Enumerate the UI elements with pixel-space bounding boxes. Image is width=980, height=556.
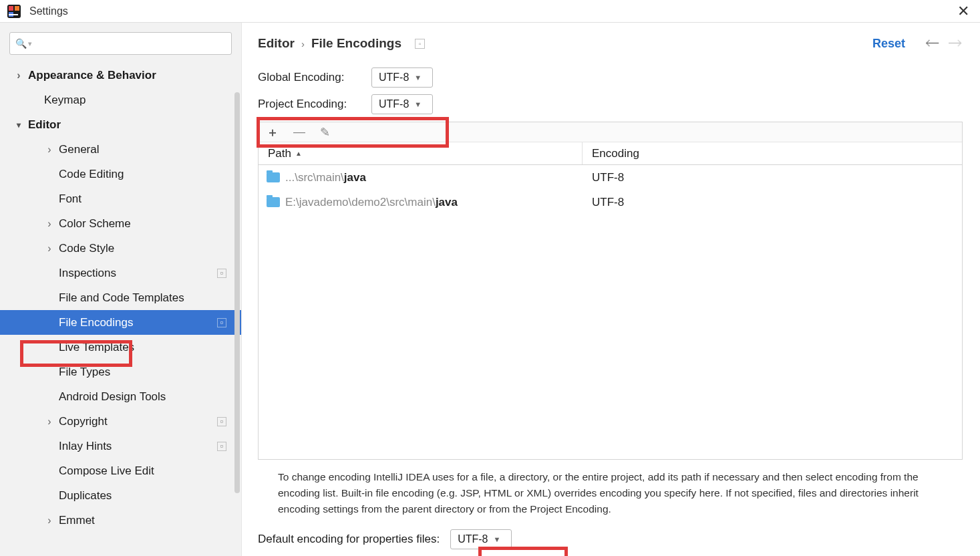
- header-row: Editor › File Encodings ▫ Reset 🡐 🡒: [258, 35, 963, 52]
- tree-item-copyright[interactable]: ›Copyright▫: [0, 409, 241, 434]
- chevron-down-icon: ▼: [493, 535, 500, 543]
- tree-item-file-types[interactable]: ›File Types: [0, 360, 241, 384]
- chevron-down-icon: ▾: [13, 120, 24, 130]
- tree-item-label: Keymap: [44, 94, 86, 107]
- nav-back-icon[interactable]: 🡐: [925, 35, 940, 52]
- project-encoding-select[interactable]: UTF-8 ▼: [371, 94, 433, 114]
- sort-ascending-icon: ▲: [295, 150, 302, 157]
- svg-rect-2: [15, 6, 19, 11]
- column-header-encoding-label: Encoding: [592, 147, 639, 160]
- folder-icon: [267, 197, 280, 207]
- path-text: ...\src\main\java: [285, 171, 366, 184]
- column-header-path-label: Path: [268, 147, 291, 160]
- tree-item-label: General: [59, 143, 99, 156]
- remove-icon[interactable]: —: [293, 125, 305, 139]
- encoding-cell: UTF-8: [583, 171, 962, 184]
- nav-forward-icon: 🡒: [948, 35, 963, 52]
- scrollbar-thumb[interactable]: [234, 92, 240, 493]
- project-scope-badge-icon: ▫: [217, 269, 226, 278]
- add-icon[interactable]: ＋: [267, 124, 279, 140]
- tree-item-code-style[interactable]: ›Code Style: [0, 236, 241, 261]
- search-icon: 🔍: [15, 38, 27, 49]
- tree-item-label: Appearance & Behavior: [28, 69, 156, 82]
- chevron-right-icon: ›: [44, 144, 55, 156]
- tree-item-label: Color Scheme: [59, 217, 131, 231]
- tree-item-inspections[interactable]: ›Inspections▫: [0, 261, 241, 285]
- tree-item-color-scheme[interactable]: ›Color Scheme: [0, 211, 241, 236]
- tree-item-label: Code Style: [59, 242, 114, 255]
- global-encoding-row: Global Encoding: UTF-8 ▼: [258, 64, 963, 91]
- tree-item-general[interactable]: ›General: [0, 137, 241, 162]
- tree-item-label: Inlay Hints: [59, 440, 112, 453]
- tree-item-label: Emmet: [59, 514, 95, 527]
- close-icon[interactable]: ✕: [953, 3, 973, 20]
- properties-encoding-select[interactable]: UTF-8 ▼: [450, 529, 512, 549]
- tree-item-label: Duplicates: [59, 489, 112, 503]
- column-header-path[interactable]: Path ▲: [259, 142, 583, 164]
- tree-item-label: Code Editing: [59, 168, 124, 181]
- table-row[interactable]: ...\src\main\javaUTF-8: [259, 165, 962, 190]
- project-scope-badge-icon: ▫: [217, 318, 226, 327]
- tree-item-file-and-code-templates[interactable]: ›File and Code Templates: [0, 285, 241, 310]
- global-encoding-label: Global Encoding:: [258, 71, 371, 84]
- project-scope-badge-icon: ▫: [217, 417, 226, 426]
- tree-item-label: File Encodings: [59, 316, 134, 329]
- chevron-right-icon: ›: [44, 243, 55, 255]
- tree-item-android-design-tools[interactable]: ›Android Design Tools: [0, 384, 241, 409]
- encoding-table: ＋ — ✎ Path ▲ Encoding ...\src\main\javaU…: [258, 122, 963, 460]
- window-title: Settings: [29, 5, 68, 17]
- table-row[interactable]: E:\javademo\demo2\src\main\javaUTF-8: [259, 190, 962, 215]
- column-header-encoding[interactable]: Encoding: [583, 147, 962, 160]
- tree-item-font[interactable]: ›Font: [0, 186, 241, 211]
- tree-item-label: Font: [59, 192, 81, 206]
- project-encoding-row: Project Encoding: UTF-8 ▼: [258, 91, 963, 118]
- tree-item-duplicates[interactable]: ›Duplicates: [0, 483, 241, 508]
- tree-item-editor[interactable]: ▾Editor: [0, 112, 241, 137]
- project-encoding-label: Project Encoding:: [258, 98, 371, 111]
- search-input[interactable]: [32, 38, 226, 49]
- global-encoding-select[interactable]: UTF-8 ▼: [371, 67, 433, 88]
- tree-item-label: Copyright: [59, 415, 108, 428]
- folder-icon: [267, 172, 280, 182]
- global-encoding-value: UTF-8: [379, 72, 409, 84]
- tree-item-compose-live-edit[interactable]: ›Compose Live Edit: [0, 458, 241, 483]
- chevron-right-icon: ›: [13, 70, 24, 82]
- tree-item-label: Compose Live Edit: [59, 464, 154, 478]
- tree-item-label: Live Templates: [59, 341, 134, 354]
- search-input-container[interactable]: 🔍 ▾: [9, 32, 232, 55]
- tree-item-label: File and Code Templates: [59, 291, 184, 305]
- tree-item-file-encodings[interactable]: ›File Encodings▫: [0, 310, 241, 335]
- table-header: Path ▲ Encoding: [259, 142, 962, 165]
- path-text: E:\javademo\demo2\src\main\java: [285, 196, 458, 209]
- content-pane: Editor › File Encodings ▫ Reset 🡐 🡒 Glob…: [242, 23, 980, 556]
- app-icon: [7, 4, 21, 19]
- tree-item-label: Inspections: [59, 267, 116, 280]
- encoding-cell: UTF-8: [583, 196, 962, 209]
- tree-item-code-editing[interactable]: ›Code Editing: [0, 162, 241, 186]
- table-body[interactable]: ...\src\main\javaUTF-8E:\javademo\demo2\…: [259, 165, 962, 459]
- tree-item-label: File Types: [59, 366, 110, 379]
- chevron-right-icon: ›: [301, 38, 305, 49]
- project-scope-badge-icon: ▫: [415, 39, 425, 49]
- tree-item-emmet[interactable]: ›Emmet: [0, 508, 241, 533]
- tree-item-keymap[interactable]: ›Keymap: [0, 88, 241, 112]
- title-bar: Settings ✕: [0, 0, 980, 23]
- properties-encoding-row: Default encoding for properties files: U…: [258, 527, 963, 549]
- settings-tree-sidebar: 🔍 ▾ ›Appearance & Behavior›Keymap▾Editor…: [0, 23, 242, 556]
- chevron-right-icon: ›: [44, 416, 55, 428]
- reset-button[interactable]: Reset: [872, 37, 905, 51]
- chevron-right-icon: ›: [44, 218, 55, 230]
- tree-item-live-templates[interactable]: ›Live Templates: [0, 335, 241, 360]
- edit-icon[interactable]: ✎: [320, 125, 330, 140]
- tree-item-inlay-hints[interactable]: ›Inlay Hints▫: [0, 434, 241, 458]
- chevron-down-icon: ▼: [414, 74, 422, 82]
- svg-rect-1: [9, 6, 13, 11]
- chevron-right-icon: ›: [44, 515, 55, 527]
- settings-tree[interactable]: ›Appearance & Behavior›Keymap▾Editor›Gen…: [0, 63, 241, 556]
- breadcrumb-editor[interactable]: Editor: [258, 36, 295, 51]
- chevron-down-icon: ▼: [414, 100, 422, 108]
- project-scope-badge-icon: ▫: [217, 442, 226, 451]
- tree-item-appearance-behavior[interactable]: ›Appearance & Behavior: [0, 63, 241, 88]
- breadcrumb: Editor › File Encodings ▫: [258, 36, 425, 51]
- table-toolbar: ＋ — ✎: [259, 122, 962, 142]
